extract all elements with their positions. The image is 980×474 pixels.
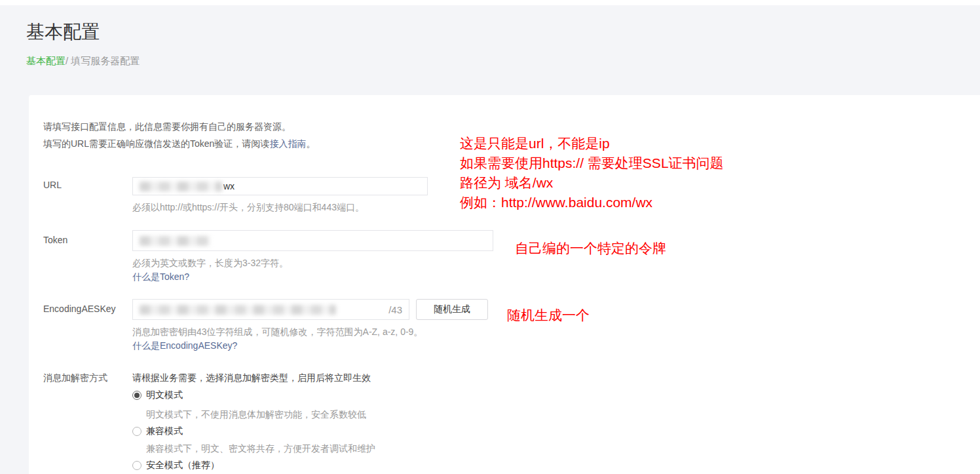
random-generate-button[interactable]: 随机生成	[416, 299, 488, 320]
what-is-aeskey-link[interactable]: 什么是EncodingAESKey?	[132, 340, 237, 352]
annotation-token-note: 自己编的一个特定的令牌	[515, 239, 666, 258]
intro-line1: 请填写接口配置信息，此信息需要你拥有自己的服务器资源。	[43, 118, 315, 135]
encrypt-mode-intro: 请根据业务需要，选择消息加解密类型，启用后将立即生效	[132, 372, 371, 384]
annotation-url-note-line2: 如果需要使用https:// 需要处理SSL证书问题	[460, 153, 724, 173]
aeskey-input[interactable]: /43	[132, 299, 409, 320]
radio-unselected-icon[interactable]	[132, 461, 141, 470]
aeskey-length-counter: /43	[388, 304, 402, 315]
radio-option-compatible-desc: 兼容模式下，明文、密文将共存，方便开发者调试和维护	[146, 443, 375, 455]
intro-line2: 填写的URL需要正确响应微信发送的Token验证，请阅读接入指南。	[43, 135, 315, 152]
aeskey-label: EncodingAESKey	[43, 304, 116, 314]
annotation-aeskey-note: 随机生成一个	[507, 306, 590, 325]
access-guide-link[interactable]: 接入指南	[269, 138, 306, 149]
breadcrumb: 基本配置/ 填写服务器配置	[26, 55, 140, 68]
url-blurred-value	[140, 182, 222, 191]
annotation-url-note-line1: 这是只能是url，不能是ip	[460, 134, 724, 153]
url-label: URL	[43, 180, 62, 190]
token-blurred-value	[140, 236, 210, 246]
annotation-url-note: 这是只能是url，不能是ip 如果需要使用https:// 需要处理SSL证书问…	[460, 134, 724, 212]
radio-option-secure[interactable]: 安全模式（推荐）	[132, 460, 219, 471]
annotation-url-note-line3: 路径为 域名/wx	[460, 173, 724, 193]
radio-option-plaintext-label: 明文模式	[146, 389, 183, 401]
radio-option-plaintext[interactable]: 明文模式	[132, 389, 183, 401]
token-label: Token	[43, 235, 67, 245]
page-title: 基本配置	[26, 20, 100, 45]
radio-option-plaintext-desc: 明文模式下，不使用消息体加解密功能，安全系数较低	[146, 409, 366, 421]
url-visible-value: wx	[223, 181, 235, 191]
annotation-url-note-line4: 例如：http://www.baidu.com/wx	[460, 193, 724, 212]
breadcrumb-current: / 填写服务器配置	[66, 55, 140, 66]
radio-unselected-icon[interactable]	[132, 427, 141, 436]
basic-config-page: 基本配置 基本配置/ 填写服务器配置 请填写接口配置信息，此信息需要你拥有自己的…	[0, 0, 980, 474]
breadcrumb-link-basic-config[interactable]: 基本配置	[26, 55, 66, 66]
radio-option-compatible-label: 兼容模式	[146, 425, 183, 437]
url-input[interactable]: wx	[132, 177, 428, 195]
radio-option-secure-label: 安全模式（推荐）	[146, 460, 219, 471]
aeskey-helper: 消息加密密钥由43位字符组成，可随机修改，字符范围为A-Z, a-z, 0-9。	[132, 326, 423, 338]
what-is-token-link[interactable]: 什么是Token?	[132, 271, 189, 283]
radio-selected-icon[interactable]	[132, 391, 141, 400]
encrypt-mode-label: 消息加解密方式	[43, 372, 107, 384]
intro-text: 请填写接口配置信息，此信息需要你拥有自己的服务器资源。 填写的URL需要正确响应…	[43, 118, 315, 152]
url-helper: 必须以http://或https://开头，分别支持80端口和443端口。	[132, 202, 364, 214]
token-input[interactable]	[132, 230, 493, 251]
aeskey-blurred-value	[140, 305, 336, 315]
token-helper: 必须为英文或数字，长度为3-32字符。	[132, 258, 288, 269]
radio-option-compatible[interactable]: 兼容模式	[132, 425, 183, 437]
